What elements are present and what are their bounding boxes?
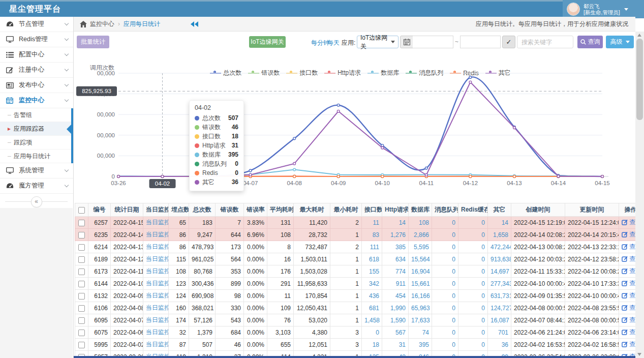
column-header-11[interactable]: Http请求 (382, 203, 409, 217)
scroll-up-arrow-icon[interactable] (637, 34, 641, 37)
row-checkbox[interactable] (78, 281, 85, 287)
sidebar-item-6[interactable]: 系统管理 (0, 163, 73, 178)
calendar-button[interactable] (400, 36, 413, 48)
cell-link[interactable]: 74 (422, 329, 429, 336)
cell-link[interactable]: 0 (481, 280, 485, 287)
cell-link[interactable]: 0 (481, 268, 485, 275)
column-header-9[interactable]: 最小耗时 (330, 203, 362, 217)
sidebar-item-3[interactable]: 注册中心 (0, 63, 73, 78)
per-minute-link[interactable]: 每分钟 (311, 39, 329, 47)
cell-link[interactable]: 0 (452, 244, 455, 251)
sidebar-subitem-0[interactable]: –告警组 (0, 108, 73, 122)
sidebar-item-1[interactable]: Redis管理 (0, 32, 73, 47)
sidebar-item-7[interactable]: 魔方管理 (0, 178, 73, 194)
column-header-16[interactable]: 创建时间 (511, 203, 565, 217)
cell-link[interactable]: 681 (369, 305, 379, 312)
cell-link[interactable]: 0 (452, 219, 455, 226)
cell-link[interactable]: 385 (395, 244, 406, 251)
row-checkbox[interactable] (78, 232, 85, 238)
column-header-4[interactable]: 总次数 (189, 203, 216, 217)
cell-link[interactable]: 911 (396, 280, 406, 287)
sidebar-subitem-3[interactable]: –应用每日统计 (0, 150, 73, 163)
cell-link[interactable]: 当日监控 (146, 341, 169, 348)
column-header-7[interactable]: 平均耗时 (267, 203, 294, 217)
column-header-3[interactable]: 埋点数 (169, 203, 189, 217)
column-header-5[interactable]: 错误数 (216, 203, 244, 217)
cell-link[interactable]: 395 (419, 341, 429, 348)
cell-link[interactable]: 当日监控 (146, 255, 169, 262)
cell-link[interactable]: 0 (376, 329, 379, 336)
column-header-12[interactable]: 数据库 (409, 203, 432, 217)
cell-link[interactable]: 65,963 (411, 305, 430, 312)
cell-link[interactable]: 当日监控 (146, 231, 169, 238)
sidebar-subitem-2[interactable]: –跟踪项 (0, 136, 73, 150)
sidebar-item-5[interactable]: 监控中心 (0, 93, 73, 108)
cell-link[interactable]: 277,343 (490, 280, 511, 287)
user-menu[interactable]: 郗云飞 [新生命,管理员] (563, 0, 644, 18)
cell-link[interactable]: 16,166 (411, 292, 430, 300)
cell-link[interactable]: 15,564 (411, 256, 430, 263)
row-checkbox[interactable] (78, 268, 85, 275)
cell-link[interactable]: 0 (452, 256, 455, 263)
view-link[interactable]: 查看 (622, 243, 635, 251)
cell-link[interactable]: 1,276 (390, 231, 406, 238)
row-checkbox[interactable] (78, 305, 85, 312)
cell-link[interactable]: 0 (481, 329, 485, 336)
cell-link[interactable]: 16,904 (411, 268, 430, 275)
cell-link[interactable]: 618 (369, 256, 379, 263)
cell-link[interactable]: 当日监控 (146, 267, 169, 275)
column-header-17[interactable]: 更新时间 (565, 203, 619, 217)
cell-link[interactable]: 0 (481, 231, 485, 238)
view-link[interactable]: 查看 (622, 316, 635, 324)
cell-link[interactable]: 18 (373, 341, 379, 348)
column-header-6[interactable]: 错误率 (244, 203, 267, 217)
cell-link[interactable]: 1,658 (493, 231, 508, 238)
view-link[interactable]: 查看 (622, 291, 635, 300)
cell-link[interactable]: 当日监控 (146, 329, 169, 336)
row-checkbox[interactable] (78, 220, 85, 226)
view-link[interactable]: 查看 (622, 304, 635, 312)
row-checkbox[interactable] (78, 342, 85, 348)
column-header-15[interactable]: 其它 (488, 203, 511, 217)
cell-link[interactable]: 342 (369, 280, 379, 287)
cell-link[interactable]: 0 (481, 219, 485, 226)
cell-link[interactable]: 0 (452, 341, 455, 348)
collapse-tabs-icon[interactable] (191, 21, 199, 27)
cell-link[interactable]: 0 (481, 341, 485, 348)
cell-link[interactable]: 0 (452, 329, 455, 336)
cell-link[interactable]: 当日监控 (146, 243, 169, 250)
cell-link[interactable]: 631,731 (490, 292, 511, 300)
query-button[interactable]: 查询 (577, 36, 603, 48)
cell-link[interactable]: 0 (481, 292, 485, 300)
cell-link[interactable]: 0 (452, 280, 455, 287)
column-header-10[interactable]: 接口数 (362, 203, 382, 217)
cell-link[interactable]: 0 (481, 317, 485, 324)
vertical-scrollbar[interactable] (635, 32, 644, 358)
cell-link[interactable]: 0 (452, 231, 455, 238)
cell-link[interactable]: 567 (395, 329, 406, 336)
breadcrumb-page[interactable]: 应用每日统计 (124, 20, 160, 28)
cell-link[interactable]: 0 (452, 305, 455, 312)
sidebar-collapse-button[interactable]: « (31, 196, 42, 207)
breadcrumb-section[interactable]: 监控中心 (90, 20, 114, 28)
cell-link[interactable]: 17,633 (411, 317, 430, 324)
cell-link[interactable]: 当日监控 (146, 292, 169, 299)
scroll-down-arrow-icon[interactable] (637, 353, 641, 356)
cell-link[interactable]: 108 (419, 219, 429, 226)
cell-link[interactable]: 14 (399, 219, 406, 226)
row-checkbox[interactable] (78, 330, 85, 336)
cell-link[interactable]: 当日监控 (146, 304, 169, 311)
select-all-checkbox[interactable] (78, 207, 85, 214)
row-checkbox[interactable] (78, 317, 85, 324)
app-select[interactable]: IoT边缘网关 (357, 36, 398, 48)
cell-link[interactable]: 454 (395, 292, 406, 300)
cell-link[interactable]: 472,244 (490, 244, 511, 251)
cell-link[interactable]: 当日监控 (146, 280, 169, 287)
cell-link[interactable]: 5,595 (414, 244, 429, 251)
cell-link[interactable]: 0 (452, 317, 455, 324)
cell-link[interactable]: 111 (370, 244, 379, 251)
column-header-8[interactable]: 最大耗时 (294, 203, 330, 217)
advanced-button[interactable]: 高级 (606, 36, 634, 48)
cell-link[interactable]: 1,990 (390, 305, 406, 312)
sidebar-item-2[interactable]: 配置中心 (0, 47, 73, 63)
